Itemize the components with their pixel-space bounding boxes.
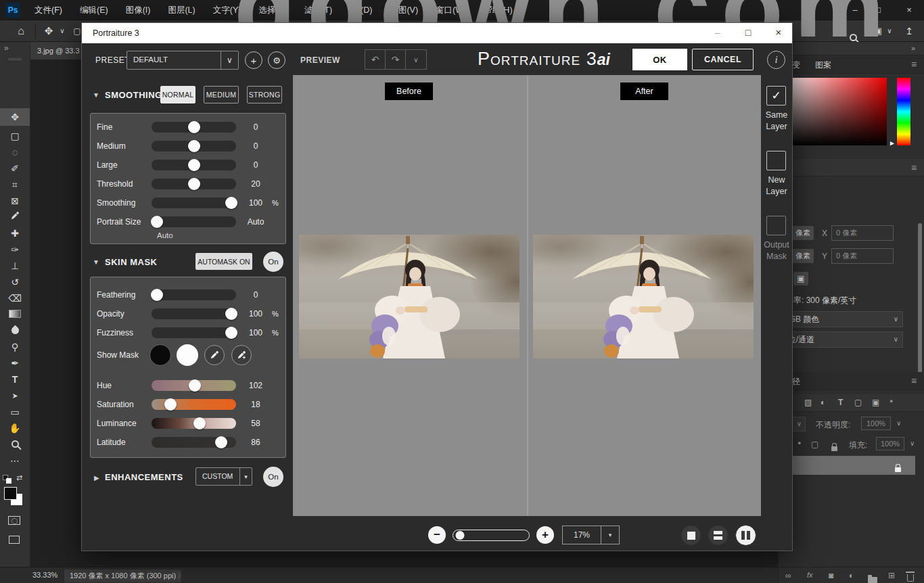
crop-tool[interactable]: ⌗ xyxy=(0,177,30,193)
workspace-icon[interactable]: ▣ xyxy=(871,20,885,42)
filter-toggle-icon[interactable]: ● xyxy=(890,398,893,404)
lock-all-icon[interactable] xyxy=(831,442,837,454)
slider-thumb[interactable] xyxy=(151,216,163,228)
type-tool[interactable]: T xyxy=(0,371,30,388)
quick-selection-tool[interactable]: ✐ xyxy=(0,160,30,177)
medium-slider[interactable] xyxy=(152,141,236,151)
lasso-tool[interactable]: ◌ xyxy=(0,144,30,160)
panel-menu-icon[interactable]: ≡ xyxy=(911,376,917,386)
smoothing-mode-normal[interactable]: NORMAL xyxy=(160,86,195,103)
screen-mode-icon[interactable] xyxy=(9,534,20,546)
enhancements-collapse-icon[interactable]: ▶ xyxy=(94,474,99,482)
preview-divider[interactable] xyxy=(527,75,528,516)
opacity-slider[interactable] xyxy=(152,308,236,319)
slider-thumb[interactable] xyxy=(188,140,200,152)
smoothing-slider[interactable] xyxy=(152,197,236,208)
menu-help[interactable]: 帮助(H) xyxy=(475,0,521,20)
dodge-tool[interactable]: ⚲ xyxy=(0,339,30,355)
collapse-panels-icon[interactable]: » xyxy=(911,44,915,52)
filter-type-icon[interactable]: T xyxy=(838,398,843,407)
chevron-down-icon[interactable]: ∨ xyxy=(896,419,901,427)
layer-style-icon[interactable]: fx xyxy=(807,571,813,579)
adjustment-layer-icon[interactable]: ◐ xyxy=(849,571,854,580)
delete-layer-icon[interactable] xyxy=(907,572,914,583)
luminance-slider[interactable] xyxy=(152,418,236,429)
redo-icon[interactable]: ↷ xyxy=(386,50,406,69)
lock-transparent-icon[interactable]: ● xyxy=(798,440,801,446)
preview-zoom-slider[interactable] xyxy=(453,530,530,541)
menu-file[interactable]: 文件(F) xyxy=(26,0,71,20)
document-tab[interactable]: 3.jpg @ 33.3 xyxy=(30,42,89,60)
output-mask-checkbox[interactable] xyxy=(766,216,786,235)
slider-thumb[interactable] xyxy=(188,178,200,190)
zoom-in-button[interactable]: + xyxy=(536,526,554,544)
frame-tool[interactable]: ⊠ xyxy=(0,193,30,209)
path-selection-tool[interactable]: ➤ xyxy=(0,388,30,404)
zoom-tool[interactable] xyxy=(0,436,30,452)
history-brush-tool[interactable]: ↺ xyxy=(0,274,30,290)
brush-tool[interactable]: ✑ xyxy=(0,241,30,258)
slider-thumb[interactable] xyxy=(189,379,201,392)
status-zoom-level[interactable]: 33.33% xyxy=(32,571,57,579)
window-close-button[interactable]: × xyxy=(900,0,919,20)
same-layer-checkbox[interactable]: ✓ xyxy=(766,86,786,106)
filter-smart-object-icon[interactable]: ▣ xyxy=(872,398,879,407)
filter-shape-icon[interactable]: ▢ xyxy=(854,398,862,407)
filter-adjustment-icon[interactable]: ◐ xyxy=(821,398,825,407)
mask-eyedropper-icon[interactable] xyxy=(204,345,225,365)
menu-layer[interactable]: 图层(L) xyxy=(159,0,204,20)
channel-depth-select[interactable]: 8位/通道 ∨ xyxy=(779,331,903,348)
move-tool[interactable]: ✥ xyxy=(0,109,30,125)
clone-stamp-tool[interactable]: ⊥ xyxy=(0,258,30,274)
add-preset-button[interactable]: + xyxy=(245,51,262,69)
threshold-slider[interactable] xyxy=(152,179,236,189)
y-position-field[interactable]: 0 像素 xyxy=(831,248,894,264)
slider-thumb[interactable] xyxy=(215,436,227,448)
skin-mask-on-toggle[interactable]: On xyxy=(263,252,283,272)
slider-thumb[interactable] xyxy=(188,121,200,133)
chevron-down-icon[interactable]: ∨ xyxy=(910,440,915,447)
panel-menu-icon[interactable]: ≡ xyxy=(911,60,917,69)
window-maximize-button[interactable]: □ xyxy=(869,0,887,20)
marquee-tool[interactable]: ▢ xyxy=(0,128,30,144)
mask-eyedropper-plus-icon[interactable] xyxy=(231,345,252,365)
menu-select[interactable]: 选择(S) xyxy=(250,0,296,20)
move-tool-option-icon[interactable]: ✥ xyxy=(41,20,57,42)
healing-brush-tool[interactable]: ✚ xyxy=(0,225,30,241)
lock-position-icon[interactable]: ▢ xyxy=(811,440,818,449)
menu-view[interactable]: 视图(V) xyxy=(381,0,427,20)
menu-image[interactable]: 图像(I) xyxy=(117,0,160,20)
slider-thumb[interactable] xyxy=(188,159,200,171)
home-icon[interactable]: ⌂ xyxy=(12,20,30,42)
slider-thumb[interactable] xyxy=(151,289,163,301)
smoothing-mode-medium[interactable]: MEDIUM xyxy=(204,86,239,103)
color-mode-select[interactable]: RGB 颜色 ∨ xyxy=(779,311,903,327)
window-minimize-button[interactable]: – xyxy=(846,0,864,20)
swap-colors-icon[interactable]: ⇄ xyxy=(16,473,22,482)
new-layer-checkbox[interactable] xyxy=(766,151,786,170)
automask-button[interactable]: AUTOMASK ON xyxy=(195,253,252,270)
eyedropper-tool[interactable] xyxy=(0,209,30,225)
fill-value[interactable]: 100% xyxy=(876,437,904,450)
preset-settings-button[interactable]: ⚙ xyxy=(268,51,285,69)
x-position-field[interactable]: 0 像素 xyxy=(831,225,894,241)
link-layers-icon[interactable]: ∞ xyxy=(785,571,791,580)
panel-scrollbar[interactable] xyxy=(918,223,922,379)
menu-3d[interactable]: 3D(D) xyxy=(341,0,381,20)
ok-button[interactable]: OK xyxy=(632,49,687,70)
new-layer-icon[interactable]: ⊞ xyxy=(888,571,895,580)
slider-thumb[interactable] xyxy=(225,197,237,209)
show-mask-black-button[interactable] xyxy=(149,344,171,366)
edit-toolbar-icon[interactable]: ⋯ xyxy=(0,452,30,469)
quick-mask-icon[interactable] xyxy=(8,515,20,528)
show-mask-white-button[interactable] xyxy=(177,344,198,366)
chevron-down-icon[interactable]: ∨ xyxy=(57,20,68,42)
collapse-toolbar-icon[interactable]: » xyxy=(4,43,9,53)
portrait-size-slider[interactable] xyxy=(152,216,236,227)
menu-filter[interactable]: 滤镜(T) xyxy=(296,0,341,20)
zoom-level-select[interactable]: 17% ▾ xyxy=(562,526,620,544)
feathering-slider[interactable] xyxy=(152,289,236,300)
menu-type[interactable]: 文字(Y) xyxy=(204,0,250,20)
slider-thumb[interactable] xyxy=(164,398,177,411)
large-slider[interactable] xyxy=(152,160,236,170)
